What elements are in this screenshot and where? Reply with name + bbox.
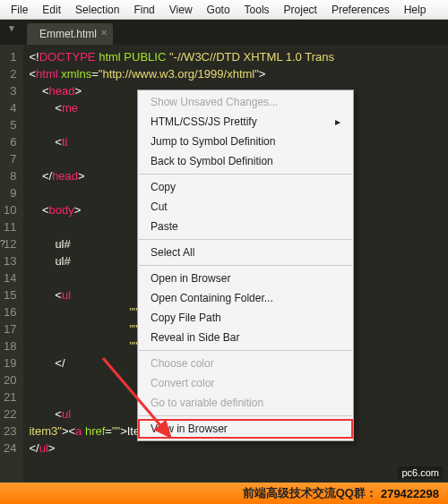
line-number: 18 bbox=[4, 337, 16, 355]
menu-project[interactable]: Project bbox=[277, 2, 324, 18]
line-gutter: 123456789101112131415161718192021222324 bbox=[0, 45, 23, 483]
ctx-item-label: HTML/CSS/JS Prettify bbox=[151, 115, 257, 128]
ctx-item-label: Select All bbox=[151, 246, 194, 259]
menu-find[interactable]: Find bbox=[126, 2, 161, 18]
line-number: 11 bbox=[4, 218, 16, 235]
line-number: 16 bbox=[4, 303, 16, 320]
footer-number: 279422298 bbox=[381, 487, 439, 500]
line-number: 21 bbox=[4, 389, 16, 406]
line-number: 14 bbox=[4, 269, 16, 286]
line-number: 23 bbox=[4, 423, 16, 440]
ctx-copy-file-path[interactable]: Copy File Path bbox=[138, 308, 353, 328]
menu-edit[interactable]: Edit bbox=[35, 2, 68, 18]
ctx-show-unsaved-changes: Show Unsaved Changes... bbox=[138, 92, 353, 112]
ctx-open-containing-folder[interactable]: Open Containing Folder... bbox=[138, 288, 353, 308]
ctx-choose-color: Choose color bbox=[138, 354, 353, 373]
line-number: 6 bbox=[4, 133, 16, 150]
ctx-item-label: Jump to Symbol Definition bbox=[151, 135, 275, 148]
ctx-item-label: Open Containing Folder... bbox=[151, 292, 273, 304]
ctx-item-label: Open in Browser bbox=[151, 272, 230, 285]
ctx-convert-color: Convert color bbox=[138, 373, 353, 393]
line-number: 5 bbox=[4, 116, 16, 133]
ctx-item-label: Reveal in Side Bar bbox=[151, 331, 239, 344]
line-number: 9 bbox=[4, 184, 16, 201]
ctx-jump-to-symbol-definition[interactable]: Jump to Symbol Definition bbox=[138, 132, 353, 151]
close-icon[interactable]: ✕ bbox=[100, 28, 108, 38]
ctx-cut[interactable]: Cut bbox=[138, 197, 353, 217]
line-number: 17 bbox=[4, 320, 16, 337]
line-number: 20 bbox=[4, 372, 16, 389]
menu-preferences[interactable]: Preferences bbox=[324, 2, 397, 18]
line-number: 7 bbox=[4, 150, 16, 167]
footer-text: 前端高级技术交流QQ群： bbox=[243, 485, 377, 501]
context-menu[interactable]: Show Unsaved Changes...HTML/CSS/JS Prett… bbox=[137, 90, 354, 441]
line-number: 24 bbox=[4, 440, 16, 457]
ctx-item-label: Choose color bbox=[151, 357, 214, 370]
line-number: 8 bbox=[4, 167, 16, 184]
ctx-item-label: Convert color bbox=[151, 377, 214, 389]
line-number: 4 bbox=[4, 99, 16, 116]
menu-view[interactable]: View bbox=[162, 2, 200, 18]
ctx-item-label: Go to variable definition bbox=[151, 397, 263, 409]
dropdown-icon[interactable]: ▼ bbox=[7, 23, 16, 33]
code-line[interactable]: <html xmlns="http://www.w3.org/1999/xhtm… bbox=[29, 65, 448, 82]
code-line[interactable]: <!DOCTYPE html PUBLIC "-//W3C//DTD XHTML… bbox=[29, 48, 448, 65]
watermark: pc6.com bbox=[398, 466, 443, 479]
ctx-select-all[interactable]: Select All bbox=[138, 243, 353, 262]
ctx-reveal-in-side-bar[interactable]: Reveal in Side Bar bbox=[138, 328, 353, 347]
ctx-item-label: Cut bbox=[151, 201, 168, 213]
ctx-view-in-browser[interactable]: View in Browser bbox=[138, 419, 353, 439]
ctx-item-label: Show Unsaved Changes... bbox=[151, 96, 278, 108]
ctx-item-label: Copy bbox=[151, 181, 176, 193]
line-number: 15 bbox=[4, 286, 16, 303]
menu-help[interactable]: Help bbox=[397, 2, 434, 18]
line-number: 3 bbox=[4, 82, 16, 99]
ctx-back-to-symbol-definition[interactable]: Back to Symbol Definition bbox=[138, 151, 353, 171]
line-number: 1 bbox=[4, 48, 16, 65]
ctx-item-label: Paste bbox=[151, 220, 178, 233]
ctx-item-label: View in Browser bbox=[151, 423, 228, 435]
line-number: 19 bbox=[4, 355, 16, 372]
ctx-copy[interactable]: Copy bbox=[138, 177, 353, 197]
footer-banner: 前端高级技术交流QQ群： 279422298 bbox=[0, 483, 448, 504]
ctx-item-label: Back to Symbol Definition bbox=[151, 155, 273, 167]
menu-goto[interactable]: Goto bbox=[200, 2, 237, 18]
file-tab[interactable]: Emmet.html ✕ bbox=[27, 23, 113, 45]
ctx-html-css-js-prettify[interactable]: HTML/CSS/JS Prettify▸ bbox=[138, 112, 353, 132]
menu-selection[interactable]: Selection bbox=[68, 2, 126, 18]
tab-title: Emmet.html bbox=[39, 28, 97, 40]
submenu-arrow-icon: ▸ bbox=[335, 115, 340, 128]
menu-bar: FileEditSelectionFindViewGotoToolsProjec… bbox=[0, 0, 448, 20]
line-number: 12 bbox=[4, 235, 16, 252]
menu-tools[interactable]: Tools bbox=[237, 2, 277, 18]
ctx-item-label: Copy File Path bbox=[151, 312, 221, 324]
line-number: 10 bbox=[4, 201, 16, 218]
code-line[interactable]: </ul> bbox=[29, 440, 448, 457]
menu-file[interactable]: File bbox=[4, 2, 35, 18]
line-number: 2 bbox=[4, 65, 16, 82]
tab-bar: Emmet.html ✕ bbox=[0, 20, 448, 45]
line-number: 13 bbox=[4, 252, 16, 269]
ctx-open-in-browser[interactable]: Open in Browser bbox=[138, 269, 353, 288]
ctx-go-to-variable-definition: Go to variable definition bbox=[138, 393, 353, 413]
line-number: 22 bbox=[4, 406, 16, 423]
ctx-paste[interactable]: Paste bbox=[138, 217, 353, 236]
